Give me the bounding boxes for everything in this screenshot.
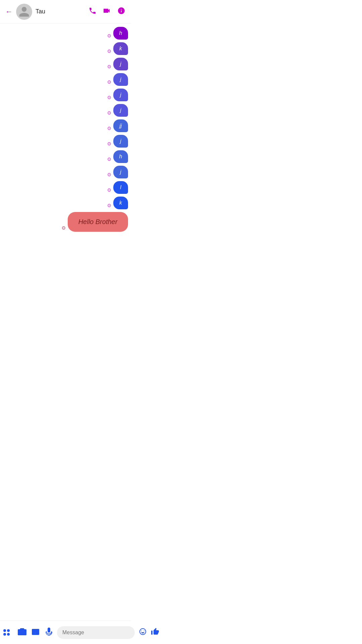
message-bubble[interactable]: k — [113, 42, 128, 55]
message-row: ⊙ j — [3, 73, 128, 86]
call-button[interactable] — [88, 7, 97, 17]
message-bubble[interactable]: l — [113, 181, 128, 194]
message-row: ⊙ k — [3, 42, 128, 55]
message-row: ⊙ l — [3, 181, 128, 194]
read-receipt: ⊙ — [107, 79, 111, 85]
read-receipt: ⊙ — [107, 203, 111, 208]
message-bubble[interactable]: j — [113, 89, 128, 101]
message-bubble[interactable]: jj — [113, 119, 128, 132]
message-bubble[interactable]: k — [113, 197, 128, 209]
read-receipt: ⊙ — [107, 172, 111, 177]
contact-name: Tau — [36, 8, 88, 15]
message-row: ⊙ j — [3, 166, 128, 178]
message-row: ⊙ j — [3, 104, 128, 117]
message-row: ⊙ j — [3, 58, 128, 70]
message-row: ⊙ Hello Brother — [3, 212, 128, 232]
read-receipt: ⊙ — [62, 225, 66, 230]
message-bubble[interactable]: h — [113, 27, 128, 40]
info-button[interactable] — [117, 7, 125, 17]
message-row: ⊙ k — [3, 197, 128, 209]
avatar[interactable] — [16, 4, 32, 20]
read-receipt: ⊙ — [107, 48, 111, 54]
back-button[interactable]: ← — [5, 7, 13, 16]
message-row: ⊙ jj — [3, 119, 128, 132]
message-bubble[interactable]: j — [113, 166, 128, 178]
chat-header: ← Tau — [0, 0, 131, 23]
message-row: ⊙ j — [3, 89, 128, 101]
read-receipt: ⊙ — [107, 95, 111, 100]
read-receipt: ⊙ — [107, 33, 111, 38]
message-bubble[interactable]: j — [113, 104, 128, 117]
message-row: ⊙ h — [3, 150, 128, 163]
read-receipt: ⊙ — [107, 141, 111, 146]
read-receipt: ⊙ — [107, 125, 111, 131]
read-receipt: ⊙ — [107, 110, 111, 115]
message-bubble[interactable]: j — [113, 73, 128, 86]
messages-area: ⊙ h ⊙ k ⊙ j ⊙ j ⊙ j ⊙ j ⊙ jj ⊙ j ⊙ h ⊙ j… — [0, 23, 131, 260]
header-actions — [88, 7, 125, 17]
video-call-button[interactable] — [103, 7, 111, 17]
read-receipt: ⊙ — [107, 64, 111, 69]
message-bubble[interactable]: j — [113, 135, 128, 148]
message-bubble[interactable]: j — [113, 58, 128, 70]
message-row: ⊙ j — [3, 135, 128, 148]
message-bubble[interactable]: h — [113, 150, 128, 163]
read-receipt: ⊙ — [107, 156, 111, 162]
message-row: ⊙ h — [3, 27, 128, 40]
read-receipt: ⊙ — [107, 187, 111, 193]
hello-brother-bubble[interactable]: Hello Brother — [68, 212, 128, 232]
